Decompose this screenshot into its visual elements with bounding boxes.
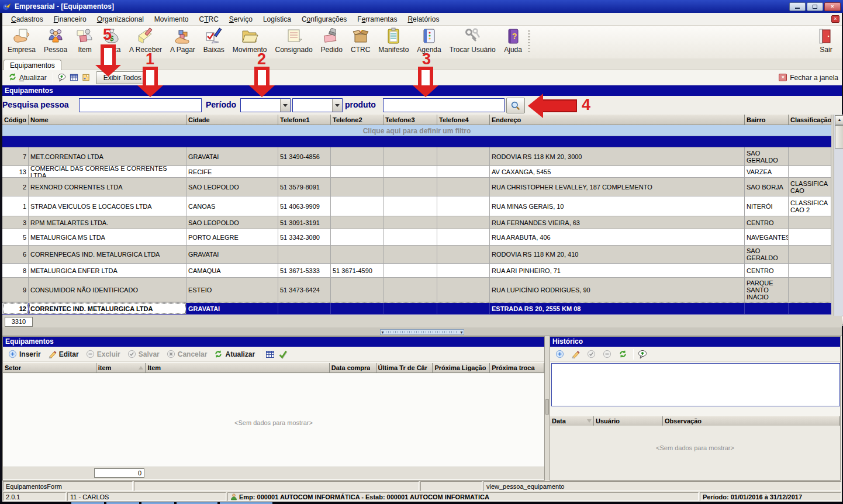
search-button[interactable] [506, 98, 525, 113]
column-header-usuario[interactable]: Usuário [594, 416, 663, 426]
menu-item-logistica[interactable]: Logística [258, 13, 296, 25]
balloon-export-icon [57, 73, 66, 82]
table-row[interactable]: 7MET.CORRENTAO LTDAGRAVATAI51 3490-4856R… [2, 147, 831, 166]
maximize-button[interactable] [807, 2, 823, 11]
table-row[interactable]: 5METALURGICA MS LTDAPORTO ALEGRE51 3342-… [2, 229, 831, 246]
column-header-telefone3[interactable]: Telefone3 [384, 115, 437, 125]
column-header-data-compra[interactable]: Data compra [330, 363, 376, 373]
column-header-item[interactable]: item [96, 363, 146, 373]
menu-item-cadastros[interactable]: Cadastros [6, 13, 49, 25]
menu-item-movimento[interactable]: Movimento [149, 13, 194, 25]
refresh-button[interactable]: Atualizar [210, 348, 258, 360]
column-header-codigo[interactable]: Código [2, 115, 29, 125]
column-header-nome[interactable]: Nome [29, 115, 186, 125]
toolbar-pedido-button[interactable]: Pedido [317, 27, 347, 54]
table-row[interactable]: 6CORRENPECAS IND. METALURGICA LTDAGRAVAT… [2, 246, 831, 264]
toolbar-trocar-usuario-button[interactable]: Trocar Usuário [445, 27, 500, 54]
minimize-button[interactable] [789, 2, 806, 11]
toolbar-manifesto-button[interactable]: Manifesto [374, 27, 413, 54]
cell-codigo: 5 [2, 229, 29, 246]
grid-filter-hint[interactable]: Clique aqui para definir um filtro [2, 125, 831, 136]
close-window-button[interactable]: × Fechar a janela [779, 74, 839, 82]
grid-vertical-scrollbar[interactable]: ▲ ▼ [834, 115, 843, 326]
column-header-classificacao[interactable]: Classificação [789, 115, 831, 125]
toolbar-a-pagar-button[interactable]: A Pagar [166, 27, 199, 54]
toolbar-pessoa-button[interactable]: Pessoa [40, 27, 71, 54]
mdi-close-icon[interactable]: × [831, 15, 839, 23]
toolbar-separator [261, 349, 261, 360]
hist-refresh-button[interactable] [615, 348, 631, 360]
note-icon [82, 73, 91, 82]
chevron-down-icon[interactable] [332, 99, 342, 112]
sair-icon [817, 27, 835, 45]
refresh-grid-button[interactable]: Atualizar [5, 71, 50, 84]
table-row[interactable]: 1STRADA VEICULOS E LOCACOES LTDACANOAS51… [2, 196, 831, 216]
toolbar-consignado-button[interactable]: Consignado [271, 27, 317, 54]
table-row[interactable]: 13COMERCIAL DAS CORREIAS E CORRENTES LTD… [2, 166, 831, 178]
insert-button[interactable]: Inserir [5, 348, 44, 360]
menu-item-organizacional[interactable]: Organizacional [92, 13, 149, 25]
menu-item-ctrc[interactable]: CTRC [194, 13, 224, 25]
cell-bairro: CENTRO [745, 264, 789, 278]
scroll-thumb[interactable] [835, 125, 843, 149]
person-search-input[interactable] [79, 98, 202, 112]
note-button[interactable] [80, 72, 92, 83]
cell-classificacao [789, 147, 831, 166]
hist-insert-button[interactable] [552, 348, 568, 360]
period-from-select[interactable] [240, 98, 291, 112]
grid-view-button[interactable] [264, 348, 277, 360]
column-header-telefone4[interactable]: Telefone4 [437, 115, 490, 125]
chevron-down-icon[interactable] [280, 99, 290, 112]
column-header-bairro[interactable]: Bairro [745, 115, 789, 125]
product-label: produto [345, 100, 376, 109]
close-button[interactable]: × [824, 2, 841, 11]
toolbar-empresa-button[interactable]: Empresa [4, 27, 40, 54]
status-empty-panel [134, 481, 419, 491]
confirm-button[interactable] [277, 348, 289, 360]
table-row[interactable]: 12CORRENTEC IND. METALURGICA LTDAGRAVATA… [2, 302, 831, 315]
menu-item-ferramentas[interactable]: Ferramentas [352, 13, 402, 25]
column-header-cidade[interactable]: Cidade [186, 115, 278, 125]
a-pagar-icon [174, 27, 191, 45]
hist-edit-button[interactable] [568, 348, 583, 360]
toolbar-sair-button[interactable]: Sair [813, 27, 839, 54]
column-header-observacao[interactable]: Observação [663, 416, 840, 426]
table-row[interactable]: 2REXNORD CORRENTES LTDASAO LEOPOLDO51 35… [2, 178, 831, 196]
plus-circle-icon [555, 350, 564, 358]
menu-item-financeiro[interactable]: Financeiro [49, 13, 92, 25]
toolbar-item-button[interactable]: Item [71, 27, 98, 54]
hist-export-button[interactable] [636, 348, 649, 360]
column-header-item[interactable]: Item [146, 363, 329, 373]
grid-view-button[interactable] [68, 72, 80, 83]
edit-button[interactable]: Editar [44, 348, 82, 360]
export-balloon-button[interactable] [56, 72, 68, 83]
column-header-telefone1[interactable]: Telefone1 [278, 115, 331, 125]
cell-bairro: NITERÓI [745, 196, 789, 216]
table-row[interactable]: 8METALURGICA ENFER LTDACAMAQUA51 3671-53… [2, 264, 831, 278]
scroll-up-button[interactable]: ▲ [835, 115, 843, 125]
cell-telefone3 [384, 229, 437, 246]
column-header-proxima-ligacao[interactable]: Próxima Ligação [433, 363, 490, 373]
toolbar-button-label: Manifesto [378, 46, 409, 54]
menu-item-configuracoes[interactable]: Configurações [296, 13, 352, 25]
column-header-setor[interactable]: Setor [3, 363, 96, 373]
vertical-splitter[interactable] [545, 336, 550, 481]
column-header-telefone2[interactable]: Telefone2 [331, 115, 384, 125]
column-header-data[interactable]: Data [550, 416, 594, 426]
toolbar-ctrc-button[interactable]: CTRC [347, 27, 374, 54]
toolbar-ajuda-button[interactable]: ?Ajuda [500, 27, 527, 54]
cell-endereco: RUA MINAS GERAIS, 10 [490, 196, 745, 216]
menu-item-relatorios[interactable]: Relatórios [402, 13, 444, 25]
splitter-handle[interactable]: ▼▼ [380, 329, 464, 335]
table-row[interactable]: 3RPM METALARTES LTDA.SAO LEOPOLDO51 3091… [2, 216, 831, 229]
tab-equipamentos[interactable]: Equipamentos [4, 60, 61, 70]
table-row[interactable]: 9CONSUMIDOR NÃO IDENTIFICADOESTEIO51 347… [2, 278, 831, 302]
column-header-proxima-troca[interactable]: Próxima troca [490, 363, 544, 373]
column-header-ultima-tr-de-car[interactable]: Última Tr de Câr [376, 363, 433, 373]
historico-memo-field[interactable] [551, 363, 840, 406]
period-to-select[interactable] [292, 98, 343, 112]
menu-item-servico[interactable]: Serviço [224, 13, 258, 25]
toolbar-baixas-button[interactable]: Baixas [199, 27, 229, 54]
toolbar-button-label: A Pagar [170, 46, 195, 54]
product-input[interactable] [383, 98, 505, 112]
